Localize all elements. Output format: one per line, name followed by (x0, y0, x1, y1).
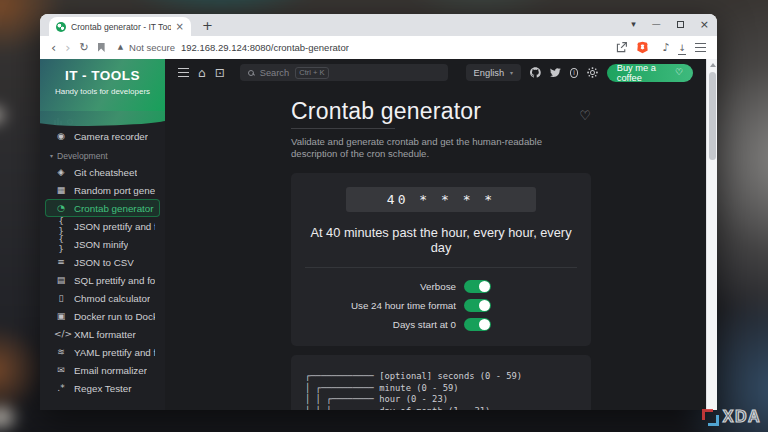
new-tab-button[interactable]: + (202, 19, 213, 32)
database-icon: ▤ (54, 275, 68, 285)
code-icon: </> (54, 329, 68, 339)
xda-watermark: XDA (702, 408, 761, 426)
it-tools-favicon (56, 22, 66, 32)
home-icon[interactable]: ⌂ (198, 67, 206, 79)
language-select[interactable]: English ▾ (466, 64, 522, 81)
page-scrollbar[interactable] (706, 59, 717, 410)
braces-icon: { } (54, 216, 68, 236)
desktop: Crontab generator - IT Tools × + ▾ — × ‹… (0, 0, 768, 432)
cron-human-readable: At 40 minutes past the hour, every hour,… (305, 225, 577, 255)
envelope-icon: ✉ (54, 365, 68, 375)
github-icon[interactable] (530, 66, 541, 79)
tab-close-icon[interactable]: × (176, 22, 184, 32)
scrollbar-thumb[interactable] (709, 72, 716, 160)
scroll-up-icon[interactable] (710, 63, 716, 67)
browser-window: Crontab generator - IT Tools × + ▾ — × ‹… (40, 14, 717, 410)
24-hour-format-toggle[interactable] (464, 299, 491, 312)
not-secure-label: Not secure (129, 42, 175, 53)
camera-icon: ◉ (54, 131, 68, 141)
share-icon[interactable] (615, 41, 628, 54)
sidebar-item-email-normalizer[interactable]: ✉ Email normalizer (45, 361, 160, 379)
sidebar-item-regex-tester[interactable]: .* Regex Tester (45, 379, 160, 397)
url-field[interactable]: ▲ Not secure 192.168.29.124:8080/crontab… (114, 38, 654, 57)
reload-icon[interactable]: ↻ (79, 42, 88, 53)
twitter-icon[interactable] (550, 66, 561, 79)
minimize-icon[interactable]: — (652, 20, 661, 29)
title-underline (291, 128, 395, 129)
card-divider (305, 267, 577, 268)
chevron-down-icon: ▾ (50, 152, 53, 159)
tab-list-icon[interactable]: ▾ (631, 20, 636, 29)
cron-card: At 40 minutes past the hour, every hour,… (291, 173, 591, 346)
buy-me-a-coffee-button[interactable]: Buy me a coffee ♡ (607, 64, 693, 82)
sidebar-item-json-minify[interactable]: { } JSON minify (45, 235, 160, 253)
regex-icon: .* (54, 383, 68, 393)
cron-syntax-line: ┌──────────── [optional] seconds (0 - 59… (305, 371, 577, 383)
brave-shield-icon[interactable] (636, 41, 649, 54)
tool-description: Validate and generate crontab and get th… (291, 136, 591, 161)
window-controls: ▾ — × (631, 14, 709, 35)
sidebar-item-crontab-generator[interactable]: ◔ Crontab generator (45, 199, 160, 217)
tool-page: Crontab generator ♡ Validate and generat… (165, 86, 717, 410)
verbose-toggle[interactable] (464, 280, 491, 293)
not-secure-warning-icon: ▲ (118, 44, 123, 51)
toggle-row-verbose: Verbose (305, 277, 577, 296)
heart-icon: ♡ (675, 68, 683, 77)
sidebar-item-git-cheatsheet[interactable]: ◈ Git cheatsheet (45, 163, 160, 181)
cron-syntax-line: │ ┌────────── minute (0 - 59) (305, 383, 577, 395)
cron-syntax-card: ┌──────────── [optional] seconds (0 - 59… (291, 355, 591, 410)
forward-icon[interactable]: › (65, 41, 70, 54)
sidebar-section-development[interactable]: ▾ Development (40, 148, 165, 163)
sidebar-item-sql-prettify[interactable]: ▤ SQL prettify and format (45, 271, 160, 289)
xda-logo-icon (702, 409, 719, 426)
close-window-icon[interactable]: × (700, 19, 709, 30)
url-field-actions (615, 41, 649, 54)
downloads-icon[interactable]: ↓ (678, 40, 686, 55)
sidebar-item-json-to-csv[interactable]: ≡ JSON to CSV (45, 253, 160, 271)
theme-toggle-icon[interactable] (590, 70, 594, 75)
favorite-heart-icon[interactable]: ♡ (579, 108, 591, 123)
main-content: ⌂ ⊡ Search Ctrl + K English ▾ (165, 59, 717, 410)
toggle-row-days-start: Days start at 0 (305, 315, 577, 334)
toggle-row-24h: Use 24 hour time format (305, 296, 577, 315)
browser-menu-icon[interactable] (695, 43, 706, 52)
sidebar-item-chmod-calculator[interactable]: ▯ Chmod calculator (45, 289, 160, 307)
it-tools-app: IT - TOOLS Handy tools for developers ◉ … (40, 59, 717, 410)
page-title: Crontab generator (291, 98, 481, 125)
search-icon (248, 70, 254, 76)
browser-tab[interactable]: Crontab generator - IT Tools × (49, 17, 191, 36)
sidebar-item-camera-recorder[interactable]: ◉ Camera recorder (45, 127, 160, 145)
cron-expression-input[interactable] (346, 187, 536, 212)
back-icon[interactable]: ‹ (51, 41, 56, 54)
sidebar-toggle-icon[interactable] (178, 68, 189, 77)
sidebar-item-json-prettify[interactable]: { } JSON prettify and format (45, 217, 160, 235)
search-shortcut-badge: Ctrl + K (295, 67, 329, 79)
app-title: IT - TOOLS (40, 68, 165, 83)
sidebar-item-yaml-prettify[interactable]: ≋ YAML prettify and format (45, 343, 160, 361)
app-toolbar: ⌂ ⊡ Search Ctrl + K English ▾ (165, 59, 717, 86)
port-icon: ▦ (54, 185, 68, 195)
sidebar-item-xml-formatter[interactable]: </> XML formatter (45, 325, 160, 343)
file-icon: ▯ (54, 293, 68, 303)
browser-address-bar: ‹ › ↻ ▲ Not secure 192.168.29.124:8080/c… (40, 36, 717, 59)
maximize-icon[interactable] (677, 21, 684, 28)
list-icon: ≡ (54, 257, 68, 267)
braces-icon: { } (54, 234, 68, 254)
address-bar-actions: ♪ ↓ (662, 40, 706, 55)
docker-icon: ▣ (54, 311, 68, 321)
sidebar-logo-link[interactable]: IT - TOOLS Handy tools for developers (40, 59, 165, 111)
days-start-at-0-toggle[interactable] (464, 318, 491, 331)
search-input[interactable]: Search Ctrl + K (240, 64, 448, 81)
sidebar-item-docker-run[interactable]: ▣ Docker run to Docker c... (45, 307, 160, 325)
browser-tab-strip: Crontab generator - IT Tools × + ▾ — × (40, 14, 717, 36)
app-subtitle: Handy tools for developers (40, 87, 165, 96)
cron-syntax-line: │ │ │ ┌────── day of month (1 - 31) (305, 406, 577, 410)
tab-title: Crontab generator - IT Tools (71, 22, 171, 32)
about-icon[interactable] (570, 68, 579, 78)
sidebar-item-random-port-generator[interactable]: ▦ Random port generator (45, 181, 160, 199)
media-icon[interactable]: ♪ (662, 41, 669, 54)
bookmark-icon[interactable] (98, 43, 105, 52)
random-tool-icon[interactable]: ⊡ (215, 67, 225, 79)
git-icon: ◈ (54, 167, 68, 177)
cron-syntax-line: │ │ ┌──────── hour (0 - 23) (305, 394, 577, 406)
